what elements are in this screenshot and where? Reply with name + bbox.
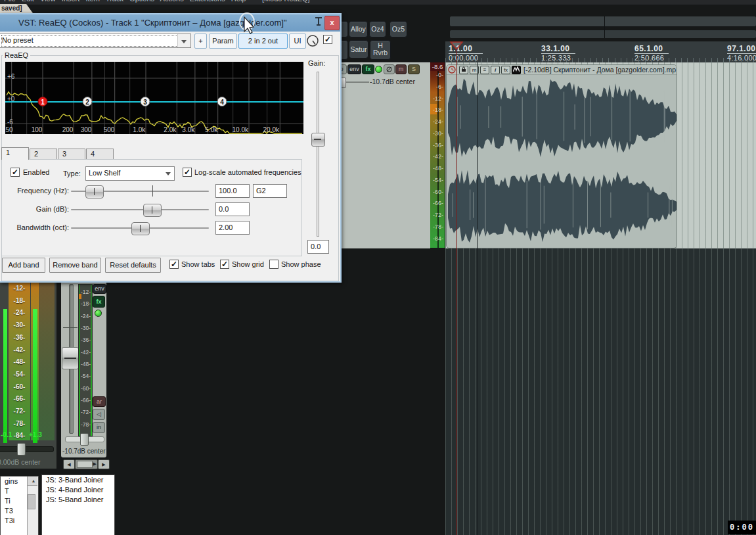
fader-handle[interactable] xyxy=(62,347,79,369)
band-type-select[interactable]: Low Shelf xyxy=(85,166,175,181)
mixer-scroll-nudge-icon[interactable]: ▶ xyxy=(93,461,97,467)
play-cursor[interactable] xyxy=(456,49,457,535)
gain-slider-groove[interactable] xyxy=(71,209,209,210)
timeline-ruler[interactable]: 1.1.00 0:00.000 33.1.00 1:25.333 65.1.00… xyxy=(445,41,756,63)
vst-plugin-window: VST: ReaEQ (Cockos) - Track 1 "Скриптони… xyxy=(0,13,342,283)
item-clock-icon[interactable] xyxy=(448,66,456,74)
tcp-meter-scale-label: -42- xyxy=(430,151,443,163)
ruler-time-label: 0:00.000 xyxy=(449,54,483,62)
eq-band-handle-2[interactable]: 2 xyxy=(83,97,93,106)
eq-frequency-tick-label: 3.0k xyxy=(182,126,194,133)
tcp-envelope-button[interactable]: env xyxy=(347,64,361,74)
show-grid-checkbox[interactable]: ✓ xyxy=(220,260,229,269)
strip-fx-button[interactable]: fx xyxy=(93,296,105,308)
fx-shortcut-button-hrvrb[interactable]: H Rvrb xyxy=(370,40,391,60)
menu-bar[interactable]: File Edit View Insert Item Track Options… xyxy=(0,0,756,5)
bandwidth-slider-handle[interactable] xyxy=(131,222,150,235)
tcp-fx-button[interactable]: fx xyxy=(362,64,374,74)
strip-monitor-icon[interactable]: ◁ xyxy=(93,409,105,420)
mixer-scrollbar-thumb[interactable] xyxy=(77,461,93,468)
item-waveform-icon[interactable] xyxy=(512,66,521,74)
master-meter-scale-label: -36- xyxy=(9,332,30,344)
ui-button[interactable]: UI xyxy=(289,34,306,49)
preset-dropdown-zone[interactable] xyxy=(177,34,190,47)
tab-band-2[interactable]: 2 xyxy=(30,149,57,160)
master-gain-handle[interactable] xyxy=(311,133,325,147)
fx-shortcut-button-oz5[interactable]: Oz5 xyxy=(389,21,407,37)
pin-icon[interactable] xyxy=(314,16,323,31)
item-notes-icon[interactable]: ≡ xyxy=(480,66,489,74)
show-phase-checkbox[interactable] xyxy=(269,260,278,269)
gain-value-field[interactable]: 0.0 xyxy=(215,202,250,216)
bandwidth-value-field[interactable]: 2.00 xyxy=(215,221,250,235)
gain-slider-handle[interactable] xyxy=(143,204,162,217)
master-pan-groove[interactable] xyxy=(0,446,54,452)
band-enabled-label: Enabled xyxy=(23,168,49,176)
media-item-title-bar[interactable]: m ≡ i fx [-2.10dB] Скриптонит - Дома [ga… xyxy=(447,65,677,75)
strip-envelope-button[interactable]: env xyxy=(93,284,106,294)
strip-pan-handle[interactable] xyxy=(80,433,89,446)
edit-cursor[interactable] xyxy=(478,62,478,535)
strip-fx-led[interactable] xyxy=(95,310,102,317)
add-band-button[interactable]: Add band xyxy=(2,258,45,273)
mixer-scroll-left-button[interactable]: ◀ xyxy=(63,459,75,469)
tcp-mute-button[interactable]: m xyxy=(395,64,407,74)
close-button[interactable]: x xyxy=(324,16,340,30)
item-fx-icon[interactable]: fx xyxy=(501,66,510,74)
tcp-solo-button[interactable]: S xyxy=(408,64,420,74)
band-enabled-checkbox[interactable]: ✓ xyxy=(11,168,20,177)
master-pan-handle[interactable] xyxy=(17,443,26,455)
item-info-icon[interactable]: i xyxy=(491,66,500,74)
reset-defaults-button[interactable]: Reset defaults xyxy=(105,258,161,273)
master-peak-right[interactable]: +1.3 xyxy=(29,431,42,438)
ruler-measure-label: 33.1.00 xyxy=(541,44,575,54)
bypass-checkbox[interactable]: ✓ xyxy=(323,35,332,44)
param-button[interactable]: Param xyxy=(209,34,237,49)
eq-band-handle-4[interactable]: 4 xyxy=(217,97,227,106)
bandwidth-label: Bandwidth (oct): xyxy=(0,223,69,231)
scroll-up-icon[interactable]: ▲ xyxy=(28,477,37,486)
fx-shortcut-button-satur[interactable]: Satur xyxy=(349,40,368,58)
strip-automation-button[interactable]: ar xyxy=(93,396,106,407)
master-gain-value[interactable]: 0.0 xyxy=(307,240,329,254)
fx-browser-plugin-list[interactable]: JS: 3-Band JoinerJS: 4-Band JoinerJS: 5-… xyxy=(41,475,115,535)
project-tab[interactable]: saved] xyxy=(0,4,34,13)
mixer-scrollbar-track[interactable]: ▶ xyxy=(75,459,98,469)
eq-band-handle-3[interactable]: 3 xyxy=(141,97,150,106)
frequency-value-field[interactable]: 100.0 xyxy=(215,184,250,198)
frequency-slider-handle[interactable] xyxy=(85,185,104,198)
remove-band-button[interactable]: Remove band xyxy=(49,258,101,273)
media-item[interactable]: m ≡ i fx [-2.10dB] Скриптонит - Дома [ga… xyxy=(446,64,677,248)
tab-band-4[interactable]: 4 xyxy=(86,149,114,160)
item-lock-icon[interactable] xyxy=(459,66,468,74)
vst-title-bar[interactable]: VST: ReaEQ (Cockos) - Track 1 "Скриптони… xyxy=(0,14,340,32)
fx-shortcut-button-alloy[interactable]: Alloy xyxy=(349,21,368,37)
tab-band-3[interactable]: 3 xyxy=(58,149,85,160)
master-peak-left[interactable]: -0.1 xyxy=(1,431,12,438)
arrange-background[interactable] xyxy=(445,248,756,535)
fx-plugin-item[interactable]: JS: 3-Band Joiner xyxy=(44,475,114,485)
tab-band-1[interactable]: 1 xyxy=(1,147,29,160)
log-scale-checkbox[interactable]: ✓ xyxy=(183,168,192,177)
strip-input-button[interactable]: in xyxy=(93,422,105,433)
master-gain-groove[interactable] xyxy=(317,72,319,237)
tcp-phase-button[interactable] xyxy=(384,64,395,74)
eq-band-handle-1[interactable]: 1 xyxy=(38,97,48,106)
scrollbar-thumb[interactable] xyxy=(28,494,35,509)
eq-graph[interactable]: +6 +0 -6 501002003005001.0k2.0k3.0k5.0k1… xyxy=(5,62,303,134)
show-tabs-checkbox[interactable]: ✓ xyxy=(169,260,179,269)
fx-plugin-item[interactable]: JS: 5-Band Joiner xyxy=(44,495,114,505)
frequency-note-field[interactable]: G2 xyxy=(253,184,287,198)
mixer-scroll-right-button[interactable]: ▶ xyxy=(98,459,110,469)
preset-add-button[interactable]: + xyxy=(194,34,207,49)
gain-label: Gain (dB): xyxy=(0,205,69,213)
tcp-fx-led[interactable] xyxy=(375,66,382,73)
preset-combobox[interactable]: No preset xyxy=(0,34,191,48)
transport-time: 0:00 xyxy=(728,521,756,534)
fx-shortcut-button-oz4[interactable]: Oz4 xyxy=(369,21,386,37)
fx-category-scrollbar[interactable]: ▲ xyxy=(27,477,38,535)
fx-browser-category-list[interactable]: ginsTTiT3T3i ▲ xyxy=(0,476,39,535)
fx-plugin-item[interactable]: JS: 4-Band Joiner xyxy=(44,485,114,495)
wet-dry-knob-icon[interactable] xyxy=(306,34,319,50)
play-cursor-marker[interactable] xyxy=(449,41,465,51)
